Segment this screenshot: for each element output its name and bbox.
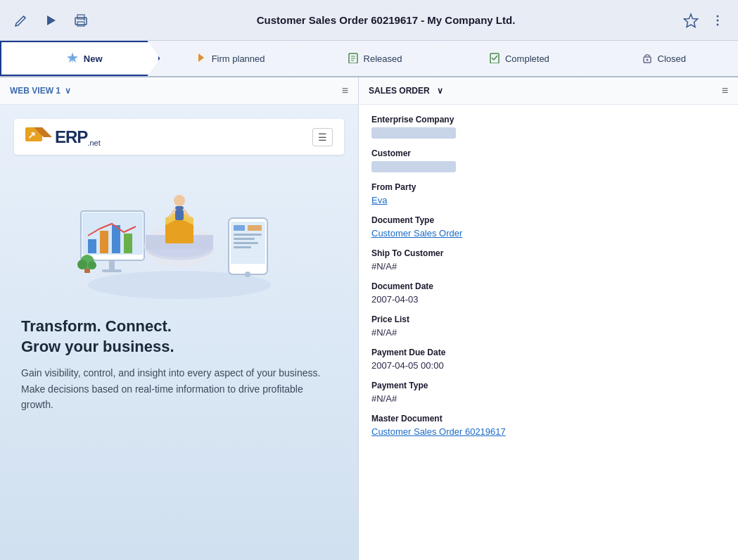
firm-planned-icon (196, 52, 207, 65)
sales-order-label: SALES ORDER (369, 86, 430, 96)
svg-rect-44 (175, 206, 184, 220)
released-icon (348, 52, 359, 65)
enterprise-company-value (371, 127, 456, 139)
step-new-label: New (84, 53, 103, 64)
svg-rect-2 (77, 22, 84, 26)
erp-illustration (67, 176, 292, 303)
payment-due-date-label: Payment Due Date (371, 348, 725, 357)
erp-nav: ↗ ERP.net ☰ (14, 119, 344, 155)
svg-rect-29 (124, 234, 132, 253)
svg-text:↗: ↗ (27, 129, 36, 141)
sales-order-chevron: ∨ (437, 86, 443, 96)
enterprise-company-label: Enterprise Company (371, 115, 725, 125)
svg-rect-53 (234, 242, 258, 244)
document-type-value[interactable]: Customer Sales Order (371, 228, 462, 238)
document-date-label: Document Date (371, 281, 725, 291)
step-closed-label: Closed (658, 53, 686, 64)
erp-logo-text: ERP (55, 127, 87, 146)
new-step-icon (66, 51, 79, 66)
customer-label: Customer (371, 148, 725, 158)
page-title: Customer Sales Order 60219617 - My Compa… (91, 14, 680, 26)
step-completed-label: Completed (505, 53, 549, 64)
field-master-document: Master Document Customer Sales Order 602… (371, 414, 725, 437)
svg-point-4 (84, 19, 85, 20)
web-view-menu-button[interactable]: ≡ (342, 84, 348, 97)
step-released-label: Released (364, 53, 402, 64)
svg-rect-30 (109, 260, 115, 271)
step-firm-planned-label: Firm planned (212, 53, 265, 64)
web-view-title-button[interactable]: WEB VIEW 1 ∨ (10, 86, 71, 96)
svg-rect-49 (234, 225, 245, 231)
field-document-type: Document Type Customer Sales Order (371, 215, 725, 238)
svg-rect-31 (102, 269, 122, 272)
hamburger-icon: ☰ (318, 132, 327, 143)
workflow-step-completed[interactable]: Completed (436, 41, 593, 76)
more-options-button[interactable] (708, 11, 727, 30)
svg-rect-26 (88, 239, 96, 253)
master-document-value[interactable]: Customer Sales Order 60219617 (371, 426, 506, 437)
price-list-label: Price List (371, 314, 725, 324)
svg-rect-50 (248, 225, 262, 231)
svg-rect-27 (100, 231, 108, 253)
erp-logo-text-container: ERP.net (55, 127, 101, 147)
svg-marker-0 (47, 15, 56, 25)
web-view-scroll[interactable]: ↗ ERP.net ☰ (0, 105, 358, 560)
erp-logo-net: .net (87, 139, 100, 147)
svg-point-8 (717, 23, 719, 25)
workflow-step-new[interactable]: New (0, 41, 160, 76)
workflow-step-released[interactable]: Released (292, 41, 449, 76)
completed-icon (489, 52, 500, 65)
payment-type-label: Payment Type (371, 381, 725, 390)
workflow-step-firm-planned[interactable]: Firm planned (147, 41, 304, 76)
ship-to-customer-value: #N/A# (371, 261, 725, 272)
play-button[interactable] (41, 11, 61, 30)
svg-point-43 (174, 195, 185, 206)
sales-order-menu-button[interactable]: ≡ (722, 84, 728, 97)
svg-point-34 (77, 260, 87, 269)
svg-rect-52 (234, 238, 255, 240)
field-price-list: Price List #N/A# (371, 314, 725, 338)
sales-order-scroll[interactable]: Enterprise Company Customer From Party E… (359, 105, 738, 560)
field-from-party: From Party Eva (371, 182, 725, 205)
edit-button[interactable] (11, 11, 31, 30)
erp-hero-section: Transform. Connect.Grow your business. G… (14, 317, 344, 412)
web-view-chevron: ∨ (65, 86, 71, 96)
right-panel: SALES ORDER ∨ ≡ Enterprise Company Custo… (359, 77, 738, 560)
field-enterprise-company: Enterprise Company (371, 115, 725, 139)
field-document-date: Document Date 2007-04-03 (371, 281, 725, 305)
erp-hero-title: Transform. Connect.Grow your business. (21, 317, 337, 357)
master-document-label: Master Document (371, 414, 725, 424)
svg-marker-12 (198, 53, 204, 62)
main-content: WEB VIEW 1 ∨ ≡ ↗ (0, 77, 738, 560)
erp-logo: ↗ ERP.net (25, 125, 101, 149)
from-party-label: From Party (371, 182, 725, 192)
favorite-button[interactable] (680, 10, 701, 31)
sales-order-menu-icon: ≡ (722, 84, 728, 96)
field-payment-due-date: Payment Due Date 2007-04-05 00:00 (371, 348, 725, 371)
print-button[interactable] (70, 11, 91, 30)
svg-point-7 (717, 19, 719, 21)
from-party-value[interactable]: Eva (371, 195, 387, 205)
erp-hamburger-button[interactable]: ☰ (312, 128, 333, 146)
svg-rect-54 (234, 246, 251, 248)
document-date-value: 2007-04-03 (371, 294, 725, 305)
sales-order-header: SALES ORDER ∨ ≡ (359, 77, 738, 105)
web-view-label: WEB VIEW 1 (10, 86, 61, 96)
top-bar-right (680, 10, 727, 31)
svg-marker-5 (685, 14, 698, 27)
top-bar-actions (11, 11, 91, 30)
ship-to-customer-label: Ship To Customer (371, 248, 725, 258)
web-view-menu-icon: ≡ (342, 84, 348, 96)
erp-logo-icon: ↗ (25, 125, 52, 147)
price-list-value: #N/A# (371, 327, 725, 338)
document-type-label: Document Type (371, 215, 725, 225)
svg-point-55 (245, 272, 250, 277)
closed-icon (642, 52, 653, 65)
erp-illustration-svg (67, 176, 292, 303)
field-ship-to-customer: Ship To Customer #N/A# (371, 248, 725, 272)
erp-content-area: ↗ ERP.net ☰ (0, 105, 358, 560)
workflow-step-closed[interactable]: Closed (581, 41, 738, 76)
field-payment-type: Payment Type #N/A# (371, 381, 725, 404)
left-panel: WEB VIEW 1 ∨ ≡ ↗ (0, 77, 359, 560)
sales-order-title-button[interactable]: SALES ORDER ∨ (369, 86, 443, 96)
